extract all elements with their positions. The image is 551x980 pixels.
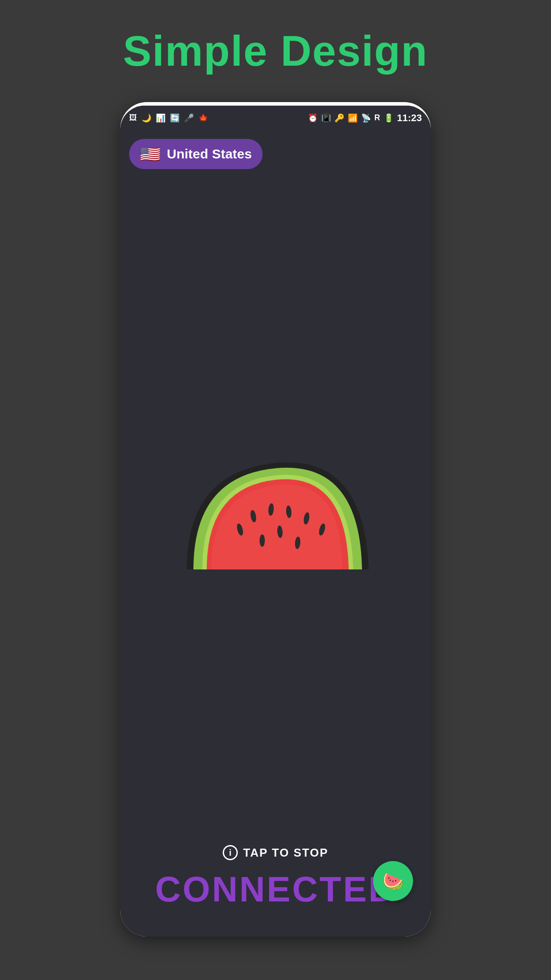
watermelon-graphic [165,423,386,601]
leaf-icon: 🍁 [198,113,208,123]
country-selector[interactable]: 🇺🇸 United States [129,139,263,169]
status-bar-right: ⏰ 📳 🔑 📶 📡 R 🔋 11:23 [308,112,422,124]
country-name: United States [167,146,252,162]
connected-status: CONNECTED [155,869,396,910]
svg-point-6 [260,534,265,547]
chart-icon: 📊 [156,113,165,123]
fab-watermelon-icon: 🍉 [382,871,404,892]
phone-frame: 🖼 🌙 📊 🔄 🎤 🍁 ⏰ 📳 🔑 📶 📡 R 🔋 11:23 [120,102,431,937]
tap-to-stop-container[interactable]: i TAP TO STOP [223,845,328,860]
moon-icon: 🌙 [142,113,151,123]
signal-icon: 📡 [361,113,371,123]
status-bar-left: 🖼 🌙 📊 🔄 🎤 🍁 [129,113,208,123]
key-icon: 🔑 [335,113,344,123]
status-time: 11:23 [397,112,422,124]
page-wrapper: Simple Design 🖼 🌙 📊 🔄 🎤 🍁 ⏰ 📳 🔑 📶 [0,0,551,980]
info-icon: i [223,845,238,860]
fab-button[interactable]: 🍉 [373,861,413,901]
page-title: Simple Design [123,27,428,75]
mic-off-icon: 🎤 [184,113,194,123]
status-bar: 🖼 🌙 📊 🔄 🎤 🍁 ⏰ 📳 🔑 📶 📡 R 🔋 11:23 [120,106,431,130]
vibrate-icon: 📳 [321,113,331,123]
image-icon: 🖼 [129,113,137,122]
watermelon-area [120,178,431,845]
country-flag: 🇺🇸 [140,144,161,164]
refresh-icon: 🔄 [170,113,180,123]
r-label: R [374,113,380,122]
wifi-off-icon: 📶 [348,113,358,123]
battery-icon: 🔋 [384,113,394,123]
alarm-icon: ⏰ [308,113,318,123]
phone-screen: 🖼 🌙 📊 🔄 🎤 🍁 ⏰ 📳 🔑 📶 📡 R 🔋 11:23 [120,106,431,937]
tap-to-stop-label: TAP TO STOP [243,846,328,860]
